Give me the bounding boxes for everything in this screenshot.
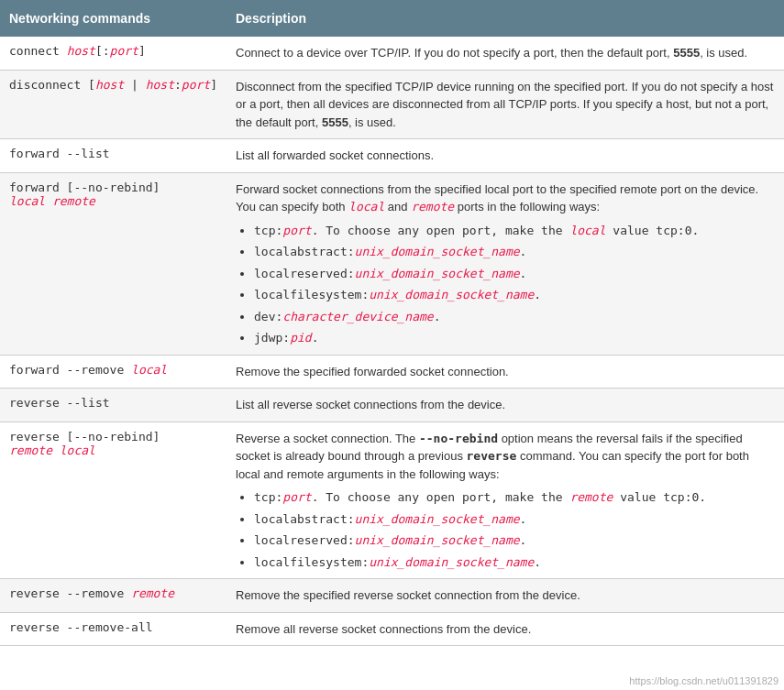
col-header-description: Description	[226, 0, 784, 37]
command-cell: reverse --remove-all	[0, 612, 226, 646]
command-cell: reverse --remove remote	[0, 579, 226, 613]
description-cell: Forward socket connections from the spec…	[226, 172, 784, 355]
description-cell: Connect to a device over TCP/IP. If you …	[226, 37, 784, 70]
col-header-command: Networking commands	[0, 0, 226, 37]
description-cell: Reverse a socket connection. The --no-re…	[226, 422, 784, 579]
table-row: forward [--no-rebind]local remoteForward…	[0, 172, 784, 355]
command-cell: connect host[:port]	[0, 37, 226, 70]
table-row: reverse --remove remoteRemove the specif…	[0, 579, 784, 613]
table-row: disconnect [host | host:port]Disconnect …	[0, 70, 784, 139]
command-cell: forward --remove local	[0, 355, 226, 389]
description-cell: Disconnect from the specified TCP/IP dev…	[226, 70, 784, 139]
description-cell: Remove all reverse socket connections fr…	[226, 612, 784, 646]
table-row: connect host[:port]Connect to a device o…	[0, 37, 784, 70]
table-row: reverse --listList all reverse socket co…	[0, 389, 784, 422]
description-cell: List all forwarded socket connections.	[226, 139, 784, 173]
description-cell: Remove the specified reverse socket conn…	[226, 579, 784, 613]
command-cell: disconnect [host | host:port]	[0, 70, 226, 139]
table-row: forward --remove localRemove the specifi…	[0, 355, 784, 389]
table-row: reverse [--no-rebind]remote localReverse…	[0, 422, 784, 579]
table-row: reverse --remove-allRemove all reverse s…	[0, 612, 784, 646]
command-cell: reverse --list	[0, 389, 226, 422]
command-cell: reverse [--no-rebind]remote local	[0, 422, 226, 579]
description-cell: Remove the specified forwarded socket co…	[226, 355, 784, 389]
command-cell: forward [--no-rebind]local remote	[0, 172, 226, 355]
description-cell: List all reverse socket connections from…	[226, 389, 784, 422]
command-cell: forward --list	[0, 139, 226, 173]
networking-commands-table: Networking commands Description connect …	[0, 0, 784, 646]
table-row: forward --listList all forwarded socket …	[0, 139, 784, 173]
